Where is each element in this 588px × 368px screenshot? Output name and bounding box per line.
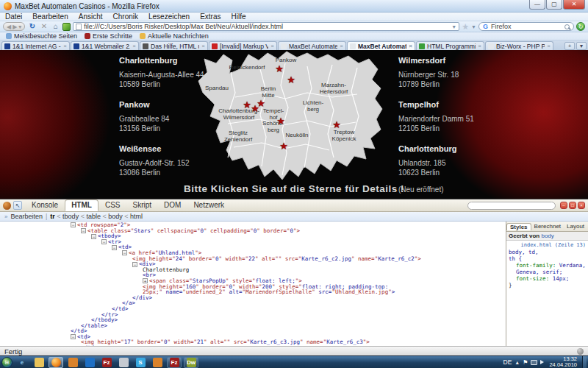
browser-tab[interactable]: MaxBet Automaten Casi...× bbox=[347, 41, 415, 50]
menu-lesezeichen[interactable]: Lesezeichen bbox=[143, 13, 195, 21]
side-tab-berechnet[interactable]: Berechnet bbox=[531, 223, 564, 230]
breadcrumb-node[interactable]: table bbox=[86, 213, 101, 220]
map-star[interactable]: ★ bbox=[251, 103, 259, 114]
html-tree-line[interactable]: </td> bbox=[0, 306, 506, 312]
css-rule[interactable]: index.html (Zeile 13) body, td,th { font… bbox=[506, 241, 588, 290]
tree-expander-icon[interactable]: − bbox=[71, 334, 76, 339]
map-star[interactable]: ★ bbox=[287, 74, 295, 85]
breadcrumb-node[interactable]: html bbox=[130, 213, 143, 220]
css-source-link[interactable]: index.html (Zeile 13) bbox=[520, 242, 586, 249]
firebug-status-icon[interactable] bbox=[577, 348, 584, 355]
map-star[interactable]: ★ bbox=[276, 116, 285, 127]
stop-button[interactable]: ✕ bbox=[39, 22, 49, 31]
taskbar-clock[interactable]: 13:32 24.04.2010 bbox=[549, 356, 579, 368]
firebug-tab-css[interactable]: CSS bbox=[99, 200, 126, 210]
speaker-icon[interactable] bbox=[540, 360, 546, 364]
html-tree-line[interactable]: −<table class="Stars" cellspacing="0" ce… bbox=[0, 228, 506, 234]
bookmark-star-icon[interactable]: ★ bbox=[462, 22, 469, 32]
tab-close-icon[interactable]: × bbox=[270, 43, 274, 49]
firebug-close-icon[interactable]: × bbox=[578, 202, 585, 209]
map-star[interactable]: ★ bbox=[275, 63, 284, 74]
side-tab-layout[interactable]: Layout bbox=[564, 223, 587, 230]
menu-ansicht[interactable]: Ansicht bbox=[74, 13, 108, 21]
html-tree-line[interactable]: </a> bbox=[0, 300, 506, 306]
bookmark-item[interactable]: Aktuelle Nachrichten bbox=[140, 32, 209, 40]
bookmark-item[interactable]: Meistbesuchte Seiten bbox=[6, 32, 77, 40]
language-indicator[interactable]: DE bbox=[503, 358, 512, 366]
map-star[interactable]: ★ bbox=[332, 119, 341, 130]
firebug-tab-skript[interactable]: Skript bbox=[126, 200, 157, 210]
firebug-popout-icon[interactable]: □ bbox=[569, 202, 576, 209]
tree-expander-icon[interactable]: − bbox=[81, 228, 86, 233]
windows-explorer-icon[interactable] bbox=[32, 357, 46, 368]
side-tab-styles[interactable]: Styles bbox=[506, 223, 531, 230]
url-bar[interactable]: file:///C:/Users/Boris Risker/Desktop/Ma… bbox=[73, 22, 459, 31]
menu-datei[interactable]: Datei bbox=[0, 13, 27, 21]
search-engine-icon[interactable]: G bbox=[483, 23, 488, 30]
internet-explorer-icon[interactable]: e bbox=[15, 357, 29, 368]
extension-icon[interactable] bbox=[62, 23, 71, 31]
html-tree-line[interactable]: <img height="24" border="0" width="22" a… bbox=[0, 256, 506, 262]
firebug-search-input[interactable] bbox=[467, 202, 556, 210]
edit-button[interactable]: Bearbeiten bbox=[10, 213, 43, 220]
tab-close-icon[interactable]: × bbox=[547, 43, 551, 49]
app-orange-icon[interactable] bbox=[65, 357, 80, 368]
tree-expander-icon[interactable]: − bbox=[112, 245, 117, 250]
menu-hilfe[interactable]: Hilfe bbox=[226, 13, 251, 21]
dreamweaver-window-icon[interactable]: Dw bbox=[184, 357, 198, 368]
browser-tab[interactable]: MaxBet Automaten Casinos× bbox=[278, 41, 346, 50]
browser-tab[interactable]: HTML Programmierer - Go...× bbox=[416, 41, 484, 50]
browser-tab[interactable]: [Invalid] Markup Validatio...× bbox=[209, 41, 277, 50]
css-property[interactable]: font-size: 14px; bbox=[509, 275, 586, 282]
tab-close-icon[interactable]: × bbox=[201, 43, 205, 49]
back-forward-buttons[interactable]: ◀ ▶ ▾ bbox=[3, 22, 25, 31]
tree-expander-icon[interactable]: − bbox=[122, 250, 127, 255]
firebug-tab-html[interactable]: HTML bbox=[65, 199, 98, 211]
sync-icon[interactable]: ↻ bbox=[576, 22, 585, 31]
search-icon[interactable] bbox=[564, 24, 570, 29]
firebug-tab-netzwerk[interactable]: Netzwerk bbox=[187, 200, 230, 210]
filezilla-window-icon[interactable]: Fz bbox=[167, 357, 182, 368]
tree-expander-icon[interactable]: − bbox=[132, 262, 137, 267]
tree-expander-icon[interactable]: − bbox=[101, 239, 107, 244]
html-tree-line[interactable]: </td> bbox=[0, 328, 506, 334]
firefox-icon[interactable] bbox=[49, 357, 63, 368]
tab-close-icon[interactable]: × bbox=[478, 43, 481, 49]
teamviewer-icon[interactable] bbox=[82, 357, 97, 368]
filezilla-icon[interactable]: Fz bbox=[99, 357, 114, 368]
html-tree-view[interactable]: −<td rowspan="2">−<table class="Stars" c… bbox=[0, 222, 506, 347]
menu-chronik[interactable]: Chronik bbox=[108, 13, 143, 21]
home-button[interactable]: ⌂ bbox=[51, 22, 60, 31]
browser-tab[interactable]: Biz-Worx - PHP Programm...× bbox=[485, 41, 553, 50]
breadcrumb-node[interactable]: tbody bbox=[62, 213, 79, 220]
firebug-tab-dom[interactable]: DOM bbox=[158, 200, 187, 210]
panel-options-icon[interactable]: » bbox=[4, 213, 7, 220]
network-icon[interactable] bbox=[531, 360, 537, 365]
menu-extras[interactable]: Extras bbox=[195, 13, 226, 21]
minimize-button[interactable]: — bbox=[529, 0, 545, 10]
browser-tab[interactable]: 1&1 Webmailer 2.0× bbox=[71, 41, 139, 50]
app-gray-icon[interactable] bbox=[116, 357, 131, 368]
map-star[interactable]: ★ bbox=[243, 99, 251, 110]
html-tree-line[interactable]: −<div> bbox=[0, 261, 506, 267]
tree-expander-icon[interactable]: − bbox=[71, 222, 76, 227]
browser-tab[interactable]: Das Hilfe, HTML und Web...× bbox=[140, 41, 208, 50]
new-tab-button[interactable]: + bbox=[564, 42, 575, 50]
css-property[interactable]: font-family: Verdana,Geneva, serif; bbox=[509, 262, 586, 275]
breadcrumb-node[interactable]: body bbox=[108, 213, 123, 220]
hidden-icons-chevron[interactable]: ▲ bbox=[514, 360, 520, 365]
tab-close-icon[interactable]: × bbox=[132, 43, 136, 49]
maximize-button[interactable]: ▢ bbox=[546, 0, 562, 10]
html-tree-line[interactable]: −<tbody> bbox=[0, 233, 506, 239]
tab-close-icon[interactable]: × bbox=[63, 43, 67, 49]
bookmark-item[interactable]: Erste Schritte bbox=[85, 32, 132, 40]
firebug-tab-konsole[interactable]: Konsole bbox=[26, 200, 64, 210]
search-box[interactable]: G Firefox bbox=[478, 22, 574, 31]
map-star[interactable]: ★ bbox=[279, 141, 288, 152]
tab-close-icon[interactable]: × bbox=[340, 43, 343, 49]
html-tree-line[interactable]: −<tr> bbox=[0, 239, 506, 245]
menu-bearbeiten[interactable]: Bearbeiten bbox=[27, 13, 73, 21]
browser-tab[interactable]: 1&1 Internet AG - E-Mail -...× bbox=[1, 41, 70, 50]
action-center-flag-icon[interactable]: ⚑ bbox=[523, 359, 528, 366]
html-tree-line[interactable]: </tr> bbox=[0, 312, 506, 318]
